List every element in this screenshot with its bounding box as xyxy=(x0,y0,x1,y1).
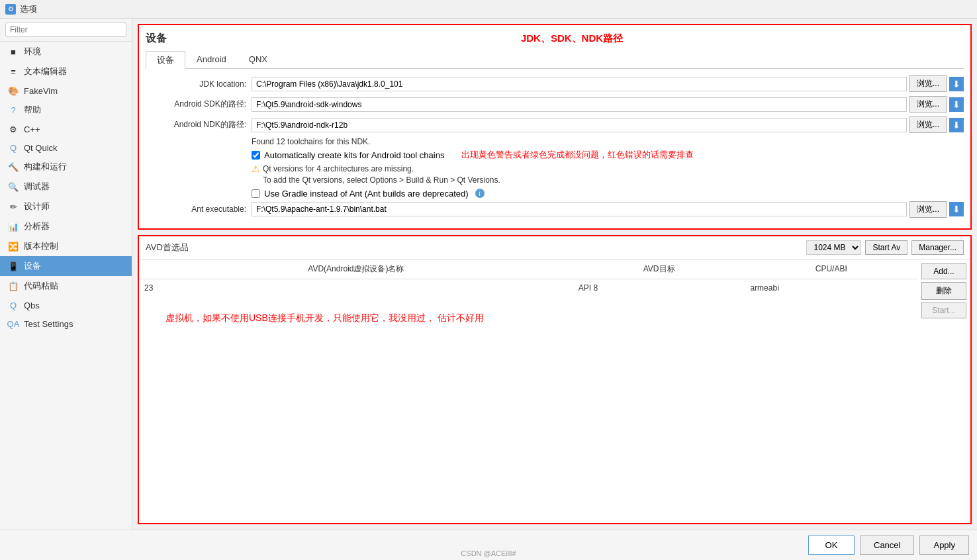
jdk-label: JDK location: xyxy=(146,79,252,89)
sidebar-item-help[interactable]: ?帮助 xyxy=(0,100,132,120)
tab-android[interactable]: Android xyxy=(185,51,238,68)
warning-line2: To add the Qt versions, select Options >… xyxy=(263,175,500,186)
tab-she-bei[interactable]: 设备 xyxy=(146,51,185,69)
avd-cell-target: API 8 xyxy=(573,279,745,297)
avd-table-wrap: AVD(Android虚拟设备)名称 AVD目标 CPU/ABI 23API 8… xyxy=(139,259,917,523)
build-run-icon: 🔨 xyxy=(8,162,19,172)
ant-input[interactable] xyxy=(252,202,907,216)
sidebar-item-label-cpp: C++ xyxy=(24,124,40,134)
sidebar: ■环境≡文本编辑器🎨FakeVim?帮助⚙C++QQt Quick🔨构建和运行🔍… xyxy=(0,19,132,530)
sidebar-item-label-version-control: 版本控制 xyxy=(24,240,58,252)
sidebar-item-build-run[interactable]: 🔨构建和运行 xyxy=(0,157,132,177)
cancel-button[interactable]: Cancel xyxy=(860,536,914,555)
sidebar-item-label-code-paste: 代码粘贴 xyxy=(24,280,58,292)
ant-input-wrap: 浏览... ⬇ xyxy=(252,201,964,218)
sidebar-item-label-fakevim: FakeVim xyxy=(24,86,58,96)
tab-qnx[interactable]: QNX xyxy=(238,51,279,68)
qbs-icon: Q xyxy=(8,300,19,310)
ndk-info: Found 12 toolchains for this NDK. Automa… xyxy=(252,137,964,199)
sidebar-item-analyzer[interactable]: 📊分析器 xyxy=(0,216,132,236)
avd-body: AVD(Android虚拟设备)名称 AVD目标 CPU/ABI 23API 8… xyxy=(139,259,970,523)
jdk-input[interactable] xyxy=(252,77,907,91)
watermark: CSDN @ACEIII# xyxy=(461,549,516,557)
ant-download-button[interactable]: ⬇ xyxy=(949,202,964,216)
sidebar-item-qbs[interactable]: QQbs xyxy=(0,296,132,314)
start-avd-button[interactable]: Start... xyxy=(921,303,966,318)
apply-button[interactable]: Apply xyxy=(919,536,969,555)
avd-table-row[interactable]: 23API 8armeabi xyxy=(139,279,917,297)
checkbox1-row: Automatically create kits for Android to… xyxy=(252,149,964,161)
tabs-row: 设备AndroidQNX xyxy=(146,51,964,69)
debugger-icon: 🔍 xyxy=(8,181,19,192)
avd-start-button[interactable]: Start Av xyxy=(865,240,907,255)
ndk-label: Android NDK的路径: xyxy=(146,119,252,130)
sdk-download-button[interactable]: ⬇ xyxy=(949,97,964,112)
sidebar-item-designer[interactable]: ✏设计师 xyxy=(0,197,132,216)
filter-input[interactable] xyxy=(5,23,126,37)
sdk-input[interactable] xyxy=(252,97,907,112)
sidebar-item-cpp[interactable]: ⚙C++ xyxy=(0,120,132,138)
sidebar-item-label-designer: 设计师 xyxy=(24,201,50,212)
sidebar-filter-wrap xyxy=(0,19,132,42)
analyzer-icon: 📊 xyxy=(8,221,19,232)
checkbox2[interactable] xyxy=(252,189,260,198)
content-area: 设备 JDK、SDK、NDK路径 设备AndroidQNX JDK locati… xyxy=(132,19,977,530)
main-container: ■环境≡文本编辑器🎨FakeVim?帮助⚙C++QQt Quick🔨构建和运行🔍… xyxy=(0,19,977,530)
sidebar-item-devices[interactable]: 📱设备 xyxy=(0,256,132,276)
cpp-icon: ⚙ xyxy=(8,124,19,134)
ndk-row: Android NDK的路径: 浏览... ⬇ xyxy=(146,117,964,133)
ndk-browse-button[interactable]: 浏览... xyxy=(909,117,947,133)
sidebar-item-code-paste[interactable]: 📋代码粘贴 xyxy=(0,276,132,296)
sidebar-item-version-control[interactable]: 🔀版本控制 xyxy=(0,236,132,256)
ant-browse-button[interactable]: 浏览... xyxy=(909,201,947,218)
sdk-browse-button[interactable]: 浏览... xyxy=(909,96,947,113)
checkbox2-row: Use Gradle instead of Ant (Ant builds ar… xyxy=(252,189,964,199)
avd-header-right: 512 MB1024 MB2048 MB Start Av Manager... xyxy=(806,240,964,255)
window-title: 选项 xyxy=(20,3,37,15)
red-annotation: 出现黄色警告或者绿色完成都没问题，红色错误的话需要排查 xyxy=(461,149,694,161)
title-bar: ⚙ 选项 xyxy=(0,0,977,19)
top-panel: 设备 JDK、SDK、NDK路径 设备AndroidQNX JDK locati… xyxy=(138,24,972,230)
manager-button[interactable]: Manager... xyxy=(911,240,964,255)
avd-title: AVD首选品 xyxy=(146,242,189,254)
sdk-label: Android SDK的路径: xyxy=(146,99,252,110)
devices-icon: 📱 xyxy=(8,261,19,271)
sdk-row: Android SDK的路径: 浏览... ⬇ xyxy=(146,96,964,113)
avd-cell-name: 23 xyxy=(139,279,573,297)
help-icon: ? xyxy=(8,105,19,115)
jdk-browse-button[interactable]: 浏览... xyxy=(909,75,947,92)
avd-col-cpu: CPU/ABI xyxy=(745,259,917,279)
sidebar-item-label-devices: 设备 xyxy=(24,260,41,272)
checkbox1[interactable] xyxy=(252,151,260,160)
jdk-download-button[interactable]: ⬇ xyxy=(949,77,964,91)
sidebar-item-fakevim[interactable]: 🎨FakeVim xyxy=(0,81,132,100)
sidebar-item-test-settings[interactable]: QATest Settings xyxy=(0,314,132,333)
sidebar-item-qt-quick[interactable]: QQt Quick xyxy=(0,138,132,157)
sidebar-item-text-editor[interactable]: ≡文本编辑器 xyxy=(0,62,132,81)
avd-note: 虚拟机，如果不使用USB连接手机开发，只能使用它，我没用过， 估计不好用 xyxy=(139,297,917,340)
sidebar-item-label-test-settings: Test Settings xyxy=(24,319,73,329)
bottom-panel: AVD首选品 512 MB1024 MB2048 MB Start Av Man… xyxy=(138,235,972,524)
avd-header: AVD首选品 512 MB1024 MB2048 MB Start Av Man… xyxy=(139,236,970,259)
warning-row: ⚠ Qt versions for 4 architectures are mi… xyxy=(252,163,964,186)
panel-section-title: 设备 xyxy=(146,32,167,46)
fakevim-icon: 🎨 xyxy=(8,85,19,96)
ant-row: Ant executable: 浏览... ⬇ xyxy=(146,201,964,218)
ndk-input[interactable] xyxy=(252,118,907,132)
sidebar-item-debugger[interactable]: 🔍调试器 xyxy=(0,177,132,197)
environment-icon: ■ xyxy=(8,46,19,57)
delete-avd-button[interactable]: 删除 xyxy=(921,282,966,300)
sidebar-item-label-environment: 环境 xyxy=(24,46,41,58)
avd-buttons: Add... 删除 Start... xyxy=(917,259,970,523)
code-paste-icon: 📋 xyxy=(8,281,19,291)
avd-size-select[interactable]: 512 MB1024 MB2048 MB xyxy=(806,240,861,255)
sidebar-item-label-build-run: 构建和运行 xyxy=(24,161,67,173)
checkbox2-label: Use Gradle instead of Ant (Ant builds ar… xyxy=(264,189,469,199)
add-avd-button[interactable]: Add... xyxy=(921,263,966,279)
ndk-download-button[interactable]: ⬇ xyxy=(949,118,964,132)
version-control-icon: 🔀 xyxy=(8,241,19,252)
warning-text: Qt versions for 4 architectures are miss… xyxy=(263,163,500,186)
ok-button[interactable]: OK xyxy=(808,536,855,555)
sidebar-item-environment[interactable]: ■环境 xyxy=(0,42,132,62)
sidebar-item-label-qbs: Qbs xyxy=(24,301,40,310)
